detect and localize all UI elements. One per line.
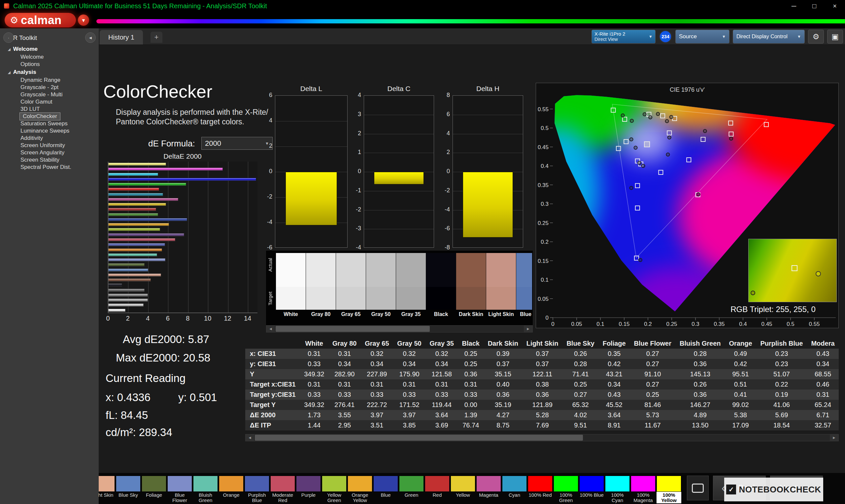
patch-color [631, 475, 655, 492]
scroll-track[interactable] [254, 434, 830, 441]
patch-blue-flower[interactable]: Blue Flower [168, 475, 192, 503]
tab-history-1[interactable]: History 1 [100, 30, 143, 44]
sidebar-item-options[interactable]: Options [0, 61, 99, 68]
sidebar-item-3d-lut[interactable]: 3D LUT [0, 106, 99, 113]
table-cell: 0.26 [562, 349, 598, 359]
patch-100-magenta[interactable]: 100% Magenta [631, 475, 655, 503]
scroll-thumb[interactable] [255, 435, 583, 441]
sidebar-item-screen-angularity[interactable]: Screen Angularity [0, 149, 99, 156]
sidebar-collapse-button[interactable]: ◄ [85, 32, 96, 43]
settings-button[interactable]: ⚙ [808, 30, 824, 43]
patch-100-cyan[interactable]: 100% Cyan [605, 475, 630, 503]
add-tab-button[interactable]: + [151, 32, 162, 43]
swatch-target [336, 287, 366, 310]
patch-blue-sky[interactable]: Blue Sky [116, 475, 141, 503]
svg-text:0.35: 0.35 [538, 182, 549, 188]
svg-text:0.55: 0.55 [809, 321, 820, 327]
table-cell: 95.51 [725, 369, 756, 379]
scroll-left-icon[interactable]: ◄ [246, 434, 254, 441]
sidebar-item-luminance-sweeps[interactable]: Luminance Sweeps [0, 127, 99, 134]
deltae-chart-title: DeltaE 2000 [108, 152, 257, 160]
deltae-bar-bluish-green [108, 253, 157, 256]
sidebar-item-additivity[interactable]: Additivity [0, 134, 99, 142]
row-label: y: CIE31 [245, 359, 300, 369]
patch-moderate-red[interactable]: Moderate Red [270, 475, 295, 503]
patch-100-yellow[interactable]: 100% Yellow [656, 475, 681, 503]
patch-100-red[interactable]: 100% Red [528, 475, 552, 503]
sidebar-item-color-gamut[interactable]: Color Gamut [0, 98, 99, 106]
gear-icon: ⚙ [813, 32, 820, 41]
patch-light-skin[interactable]: Light Skin [99, 475, 115, 503]
display-control-dropdown[interactable]: Direct Display Control ▼ [733, 30, 805, 43]
patch-orange-yellow[interactable]: Orange Yellow [348, 475, 372, 503]
patch-purple[interactable]: Purple [296, 475, 321, 503]
sidebar-section-welcome[interactable]: ◢Welcome [0, 45, 99, 53]
source-dropdown[interactable]: Source ▼ [675, 30, 729, 43]
sidebar-status-icon[interactable]: · [3, 32, 14, 43]
pattern-window-button[interactable] [687, 475, 709, 500]
deltae-bar-orange-yellow [108, 223, 169, 226]
sidebar-item-dynamic-range[interactable]: Dynamic Range [0, 76, 99, 84]
swatch-target [366, 287, 396, 310]
patch-blue[interactable]: Blue [373, 475, 398, 503]
sidebar-item-screen-uniformity[interactable]: Screen Uniformity [0, 142, 99, 149]
table-cell: 0.27 [562, 390, 598, 400]
patch-100-green[interactable]: 100% Green [553, 475, 578, 503]
patch-magenta[interactable]: Magenta [476, 475, 501, 503]
swatch-scrollbar[interactable]: ◄ ► [266, 325, 533, 332]
scroll-left-icon[interactable]: ◄ [266, 326, 275, 332]
sidebar-item-colorchecker[interactable]: ColorChecker [20, 113, 60, 120]
table-cell: 35.19 [483, 400, 522, 410]
meter-name: X-Rite i1Pro 2 [595, 31, 625, 37]
close-button[interactable]: × [825, 0, 845, 12]
sidebar-item-grayscale-multi[interactable]: Grayscale - Multi [0, 91, 99, 98]
calman-logo[interactable]: ⚙ calman [5, 13, 76, 28]
sidebar-item-screen-stability[interactable]: Screen Stability [0, 156, 99, 164]
patch-color [296, 475, 321, 492]
watermark-text: NOTEBOOKCHECK [739, 485, 821, 495]
swatch-actual [456, 253, 486, 287]
column-header-white: White [300, 338, 329, 349]
sidebar-item-grayscale-2pt[interactable]: Grayscale - 2pt [0, 84, 99, 91]
patch-bluish-green[interactable]: Bluish Green [193, 475, 218, 503]
scroll-right-icon[interactable]: ► [524, 326, 532, 332]
main-menu-button[interactable]: ▼ [78, 15, 89, 26]
row-label: x: CIE31 [245, 349, 300, 359]
table-cell: 0.42 [598, 359, 630, 369]
swatch-name: Black [426, 311, 456, 317]
sidebar-item-saturation-sweeps[interactable]: Saturation Sweeps [0, 120, 99, 127]
sidebar-item-welcome[interactable]: Welcome [0, 53, 99, 61]
patch-red[interactable]: Red [425, 475, 450, 503]
table-cell: 9.51 [562, 420, 598, 430]
sidebar-section-analysis[interactable]: ◢Analysis [0, 68, 99, 76]
meter-dropdown[interactable]: X-Rite i1Pro 2 Direct View ▼ [592, 30, 655, 43]
scroll-thumb[interactable] [276, 326, 430, 332]
y-tick-label: 2 [347, 130, 361, 137]
patch-cyan[interactable]: Cyan [502, 475, 527, 503]
patch-yellow-green[interactable]: Yellow Green [322, 475, 347, 503]
patch-name: Red [425, 492, 450, 503]
patch-green[interactable]: Green [399, 475, 424, 503]
column-header-purplish-blue: Purplish Blue [756, 338, 807, 349]
patch-purplish-blue[interactable]: Purplish Blue [245, 475, 269, 503]
patch-orange[interactable]: Orange [219, 475, 244, 503]
sidebar-item-spectral-power-dist[interactable]: Spectral Power Dist. [0, 164, 99, 171]
minimize-button[interactable]: ─ [784, 0, 804, 12]
scroll-right-icon[interactable]: ► [830, 434, 839, 441]
scroll-track[interactable] [275, 326, 524, 332]
swatch-name: Dark Skin [456, 311, 486, 317]
maximize-button[interactable]: □ [804, 0, 825, 12]
measurement-marker-icon [751, 291, 755, 295]
table-scrollbar[interactable]: ◄ ► [245, 434, 839, 441]
patch-foliage[interactable]: Foliage [142, 475, 166, 503]
patch-yellow[interactable]: Yellow [451, 475, 475, 503]
table-cell: 0.34 [329, 359, 361, 369]
table-cell: 0.31 [329, 349, 361, 359]
meter-count-badge[interactable]: 234 [659, 30, 672, 43]
layout-button[interactable]: ▣ [827, 30, 843, 43]
patch-100-blue[interactable]: 100% Blue [579, 475, 604, 503]
rainbow-stripe [96, 19, 845, 23]
swatch-actual [486, 253, 516, 287]
svg-text:0.45: 0.45 [761, 321, 772, 327]
table-cell: 3.85 [393, 420, 425, 430]
